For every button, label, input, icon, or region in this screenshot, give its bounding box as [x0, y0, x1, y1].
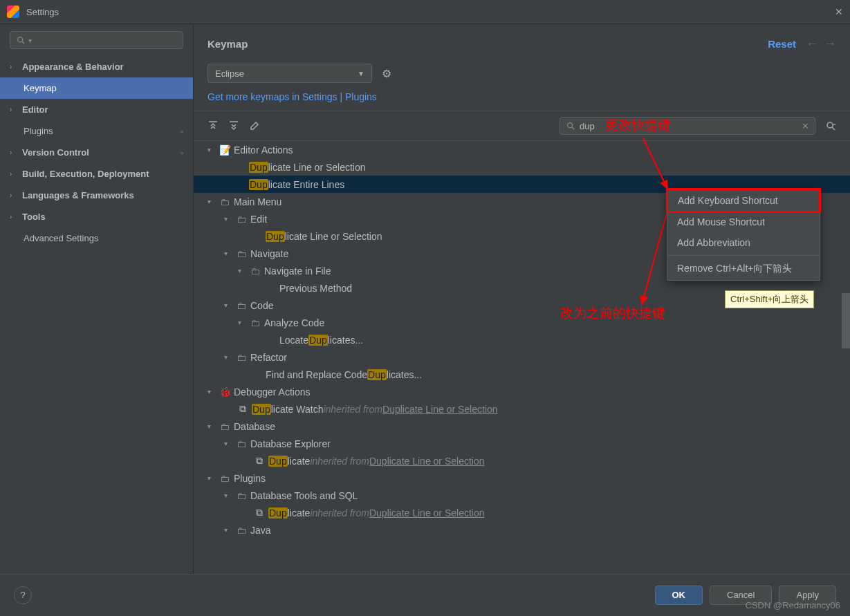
tree-leaf[interactable]: Duplicate Line or Selection [194, 158, 850, 176]
sidebar-item-advanced[interactable]: Advanced Settings [0, 227, 193, 249]
copy-icon: ⧉ [237, 403, 249, 415]
svg-point-4 [568, 123, 573, 128]
folder-icon: 🗀 [235, 248, 248, 259]
svg-point-0 [18, 37, 23, 42]
folder-icon: 🗀 [249, 265, 261, 277]
folder-icon: 🗀 [219, 421, 231, 432]
tree-node-refactor[interactable]: ▾🗀Refactor [194, 348, 850, 366]
sidebar-item-build[interactable]: ›Build, Execution, Deployment [0, 163, 193, 185]
sidebar-item-appearance[interactable]: ›Appearance & Behavior [0, 56, 193, 77]
tree-node-database[interactable]: ▾🗀Database [194, 418, 850, 435]
gear-icon[interactable]: ⚙ [382, 67, 391, 80]
window-title: Settings [26, 7, 59, 17]
ctx-add-mouse[interactable]: Add Mouse Shortcut [667, 212, 820, 232]
sidebar-item-plugins[interactable]: Plugins▫ [0, 120, 193, 142]
search-icon [16, 35, 26, 45]
inherited-link[interactable]: Duplicate Line or Selection [369, 456, 485, 467]
tree-node-debugger[interactable]: ▾🐞Debugger Actions [194, 383, 850, 400]
help-icon[interactable]: ? [14, 586, 32, 604]
sidebar-item-tools[interactable]: ›Tools [0, 206, 193, 227]
forward-icon[interactable]: → [824, 37, 836, 51]
app-logo-icon [7, 6, 19, 18]
folder-icon: 🗀 [235, 525, 248, 536]
tree-node-plugins[interactable]: ▾🗀Plugins [194, 469, 850, 487]
sidebar-item-vcs[interactable]: ›Version Control▫ [0, 142, 193, 163]
project-icon: ▫ [181, 149, 183, 157]
page-title: Keymap [207, 38, 248, 50]
svg-line-1 [22, 41, 25, 44]
copy-icon: ⧉ [253, 507, 266, 519]
clear-icon[interactable]: ✕ [802, 121, 809, 131]
sidebar-item-editor[interactable]: ›Editor [0, 99, 193, 120]
context-menu: Add Keyboard Shortcut Add Mouse Shortcut… [667, 189, 820, 281]
folder-icon: 🗀 [235, 214, 248, 225]
annotation-top: 更改快捷键 [605, 116, 671, 134]
svg-line-5 [572, 127, 575, 130]
svg-line-7 [832, 127, 835, 130]
expand-all-icon[interactable] [207, 120, 219, 131]
folder-icon: 🗀 [235, 300, 248, 311]
folder-icon: 🗀 [219, 196, 231, 207]
collapse-all-icon[interactable] [228, 120, 239, 131]
keymap-select[interactable]: Eclipse ▼ [207, 64, 372, 83]
folder-icon: 🗀 [219, 473, 231, 484]
get-more-keymaps-link[interactable]: Get more keymaps in Settings | Plugins [194, 86, 850, 111]
folder-icon: 🗀 [249, 317, 261, 328]
sidebar-item-languages[interactable]: ›Languages & Frameworks [0, 185, 193, 206]
search-icon [566, 121, 575, 131]
tree-leaf[interactable]: ⧉Duplicate inherited from Duplicate Line… [194, 452, 850, 469]
tree-node-editor-actions[interactable]: ▾📝Editor Actions [194, 141, 850, 158]
chevron-down-icon: ▼ [358, 70, 364, 77]
find-by-shortcut-icon[interactable] [825, 120, 836, 131]
back-icon[interactable]: ← [806, 37, 818, 51]
tree-node-db-explorer[interactable]: ▾🗀Database Explorer [194, 435, 850, 452]
folder-icon: 🗀 [235, 352, 248, 363]
title-bar: Settings ✕ [0, 0, 850, 24]
page-header: Keymap Reset ← → [194, 24, 850, 57]
shortcut-tooltip: Ctrl+Shift+向上箭头 [725, 290, 814, 308]
bug-icon: 🐞 [219, 386, 231, 398]
tree-node-db-tools[interactable]: ▾🗀Database Tools and SQL [194, 487, 850, 504]
folder-icon: 🗀 [235, 438, 248, 449]
tree-node-java[interactable]: ▾🗀Java [194, 521, 850, 539]
sidebar-item-keymap[interactable]: Keymap [0, 77, 193, 99]
sidebar-search-input[interactable]: ▾ [10, 31, 183, 49]
edit-actions-icon: 📝 [219, 144, 231, 156]
close-icon[interactable]: ✕ [835, 6, 843, 17]
settings-sidebar: ▾ ›Appearance & Behavior Keymap ›Editor … [0, 24, 194, 574]
tree-leaf[interactable]: Find and Replace Code Duplicates... [194, 366, 850, 383]
actions-search-input[interactable]: ✕ [560, 117, 815, 135]
watermark: CSDN @Redamancy06 [746, 600, 840, 610]
annotation-bottom: 改为之前的快捷键 [560, 304, 665, 322]
scrollbar-thumb[interactable] [842, 293, 850, 348]
tree-leaf[interactable]: Locate Duplicates... [194, 331, 850, 348]
ctx-add-keyboard[interactable]: Add Keyboard Shortcut [666, 188, 821, 213]
copy-icon: ⧉ [253, 455, 266, 467]
tree-leaf[interactable]: ⧉Duplicate inherited from Duplicate Line… [194, 504, 850, 521]
chevron-down-icon: ▾ [28, 37, 32, 44]
folder-icon: 🗀 [235, 490, 248, 501]
ok-button[interactable]: OK [655, 586, 703, 605]
separator [667, 255, 820, 256]
edit-icon[interactable] [249, 120, 260, 131]
dialog-footer: ? OK Cancel Apply [0, 574, 850, 615]
ctx-add-abbr[interactable]: Add Abbreviation [667, 232, 820, 253]
inherited-link[interactable]: Duplicate Line or Selection [369, 507, 485, 519]
reset-button[interactable]: Reset [768, 38, 796, 50]
svg-point-6 [827, 122, 833, 128]
ctx-remove[interactable]: Remove Ctrl+Alt+向下箭头 [667, 258, 820, 280]
inherited-link[interactable]: Duplicate Line or Selection [382, 404, 498, 415]
tree-node-analyze[interactable]: ▾🗀Analyze Code [194, 314, 850, 331]
project-icon: ▫ [181, 127, 183, 136]
actions-toolbar: ✕ [194, 111, 850, 141]
tree-leaf[interactable]: ⧉Duplicate Watch inherited from Duplicat… [194, 400, 850, 418]
